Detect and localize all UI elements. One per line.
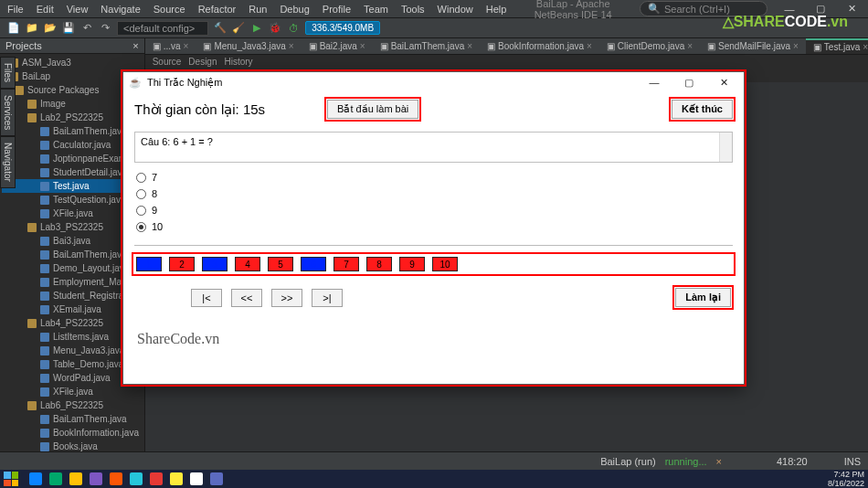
tree-file[interactable]: Menu_Java3.java: [2, 344, 143, 357]
nav-last-button[interactable]: >|: [312, 289, 343, 307]
menu-item[interactable]: Refactor: [198, 4, 237, 15]
tree-folder[interactable]: Lab6_PS22325: [2, 398, 143, 412]
retry-button[interactable]: Làm lại: [675, 288, 731, 307]
tree-file[interactable]: Employment_Ma...: [2, 275, 143, 289]
run-icon[interactable]: ▶: [250, 22, 263, 35]
task-icon[interactable]: [110, 472, 122, 485]
question-number-button[interactable]: 2: [169, 257, 195, 271]
debug-icon[interactable]: 🐞: [269, 22, 281, 35]
tree-file[interactable]: BaiLamThem.java: [2, 412, 143, 426]
radio-icon[interactable]: [136, 206, 146, 216]
menu-item[interactable]: Profile: [323, 4, 351, 15]
close-icon[interactable]: ✕: [709, 72, 738, 92]
tree-file[interactable]: Demo_Layout.java: [2, 261, 143, 275]
nav-next-button[interactable]: >>: [271, 289, 302, 307]
editor-tab[interactable]: ▣BaiLamThem.java×: [373, 38, 480, 54]
tree-folder[interactable]: BaiLap: [2, 69, 143, 83]
menu-item[interactable]: Debug: [280, 4, 309, 15]
task-icon[interactable]: [130, 472, 143, 485]
save-icon[interactable]: 💾: [62, 22, 75, 35]
question-textarea[interactable]: Câu 6: 6 + 1 = ?: [134, 132, 733, 163]
menu-item[interactable]: Tools: [401, 4, 425, 15]
tree-file[interactable]: WordPad.java: [2, 371, 143, 385]
answer-option[interactable]: 8: [136, 188, 731, 199]
editor-tab[interactable]: ▣Bai2.java×: [302, 38, 373, 54]
tree-file[interactable]: XEmail.java: [2, 302, 143, 316]
question-number-button[interactable]: 10: [432, 257, 458, 271]
scrollbar[interactable]: [719, 133, 732, 162]
menu-item[interactable]: Navigate: [101, 4, 140, 15]
menu-item[interactable]: Help: [486, 4, 507, 15]
question-number-button[interactable]: 9: [399, 257, 425, 271]
tree-file[interactable]: Caculator.java: [2, 138, 143, 152]
dialog-titlebar[interactable]: ☕ Thi Trắc Nghiệm — ▢ ✕: [123, 72, 744, 92]
services-side-tab[interactable]: Services: [0, 89, 16, 136]
menu-item[interactable]: View: [67, 4, 89, 15]
task-icon[interactable]: [29, 472, 42, 485]
tree-file[interactable]: Table_Demo.java: [2, 357, 143, 371]
question-number-button[interactable]: 5: [268, 257, 293, 271]
editor-tab[interactable]: ▣BookInformation.java×: [480, 38, 599, 54]
task-icon[interactable]: [210, 472, 223, 485]
editor-tab[interactable]: ▣Menu_Java3.java×: [196, 38, 301, 54]
status-stop-icon[interactable]: ×: [716, 456, 722, 467]
new-file-icon[interactable]: 📄: [7, 22, 20, 35]
tree-file[interactable]: XFile.java: [2, 385, 143, 398]
menu-item[interactable]: Edit: [37, 4, 54, 15]
question-number-button[interactable]: 8: [366, 257, 392, 271]
start-icon[interactable]: [4, 472, 18, 486]
panel-close-icon[interactable]: ×: [132, 40, 138, 51]
question-number-button[interactable]: 1: [136, 257, 162, 271]
clean-build-icon[interactable]: 🧹: [232, 22, 245, 35]
tree-folder[interactable]: ASM_Java3: [2, 56, 143, 69]
finish-button[interactable]: Kết thúc: [672, 100, 733, 119]
start-button[interactable]: Bắt đầu làm bài: [327, 100, 418, 119]
question-number-button[interactable]: 6: [301, 257, 326, 271]
task-icon[interactable]: [69, 472, 82, 485]
tree-file[interactable]: Student_Registra...: [2, 289, 143, 302]
build-icon[interactable]: 🔨: [214, 22, 227, 35]
view-history[interactable]: History: [224, 57, 252, 67]
tree-folder[interactable]: Lab3_PS22325: [2, 220, 143, 234]
question-number-button[interactable]: 7: [333, 257, 359, 271]
open-icon[interactable]: 📂: [44, 22, 57, 35]
task-icon[interactable]: [170, 472, 183, 485]
task-icon[interactable]: [49, 472, 62, 485]
editor-tab[interactable]: ▣ClientDemo.java×: [599, 38, 700, 54]
task-icon[interactable]: [150, 472, 163, 485]
tree-file[interactable]: BookInformation.java: [2, 426, 143, 440]
navigator-side-tab[interactable]: Navigator: [0, 136, 16, 188]
radio-icon[interactable]: [136, 173, 146, 183]
answer-option[interactable]: 9: [136, 205, 731, 216]
editor-tab[interactable]: ▣Test.java×: [806, 38, 868, 54]
menu-item[interactable]: Source: [153, 4, 185, 15]
view-source[interactable]: Source: [153, 57, 182, 67]
minimize-icon[interactable]: —: [640, 72, 669, 92]
nav-first-button[interactable]: |<: [191, 289, 222, 307]
nav-prev-button[interactable]: <<: [231, 289, 262, 307]
tree-folder[interactable]: Image: [2, 97, 143, 111]
undo-icon[interactable]: ↶: [80, 22, 93, 35]
tree-file[interactable]: BaiLamThem.java: [2, 248, 143, 261]
tree-file[interactable]: StudentDetail.java: [2, 165, 143, 179]
question-number-button[interactable]: 4: [235, 257, 260, 271]
tree-file[interactable]: Test.java: [2, 179, 143, 193]
tree-folder[interactable]: Lab2_PS22325: [2, 111, 143, 124]
tree-folder[interactable]: Lab4_PS22325: [2, 316, 143, 330]
answer-option[interactable]: 7: [136, 172, 731, 183]
radio-icon[interactable]: [136, 222, 146, 232]
radio-icon[interactable]: [136, 189, 146, 199]
menu-item[interactable]: Team: [364, 4, 388, 15]
profile-icon[interactable]: ⏱: [287, 22, 300, 35]
tree-file[interactable]: JoptionpaneExampl: [2, 152, 143, 165]
tree-file[interactable]: ListItems.java: [2, 330, 143, 344]
editor-tab[interactable]: ▣...va×: [145, 38, 196, 54]
redo-icon[interactable]: ↷: [99, 22, 111, 35]
tree-file[interactable]: XFile.java: [2, 207, 143, 220]
maximize-icon[interactable]: ▢: [674, 72, 704, 92]
tray-clock[interactable]: 7:42 PM 8/16/2022: [828, 470, 864, 488]
tree-folder[interactable]: Source Packages: [2, 83, 143, 97]
menu-item[interactable]: Window: [438, 4, 473, 15]
menu-item[interactable]: Run: [249, 4, 267, 15]
run-config-combo[interactable]: <default config>: [117, 21, 208, 36]
